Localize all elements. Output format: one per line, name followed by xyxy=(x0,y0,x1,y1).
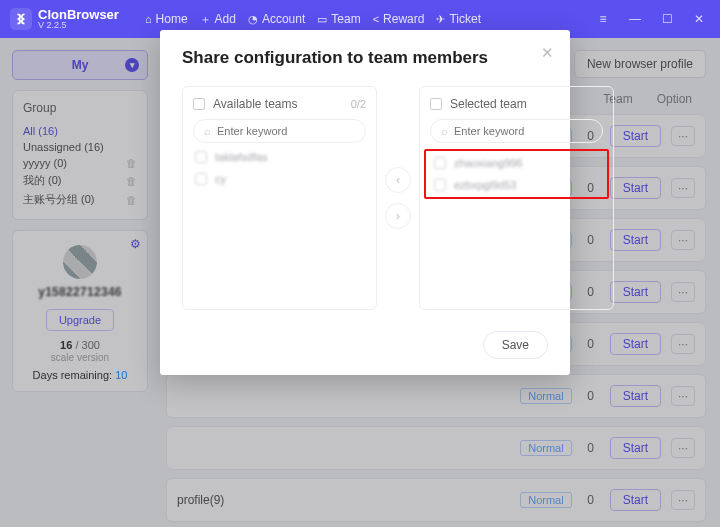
window-controls: ≡ — ☐ ✕ xyxy=(592,12,710,26)
account-icon: ◔ xyxy=(248,13,258,26)
team-checkbox[interactable] xyxy=(434,157,446,169)
team-icon: ▭ xyxy=(317,13,327,26)
group-card: Group All (16)Unassigned (16)yyyyy (0)🗑我… xyxy=(12,90,148,220)
available-count: 0/2 xyxy=(351,98,366,110)
move-left-button[interactable]: ‹ xyxy=(385,167,411,193)
available-title: Available teams xyxy=(213,97,298,111)
app-version: V 2.2.5 xyxy=(38,21,119,30)
chevron-down-icon: ▾ xyxy=(125,58,139,72)
modal-title: Share configuration to team members xyxy=(182,48,548,68)
home-icon: ⌂ xyxy=(145,13,152,25)
team-count: 0 xyxy=(582,441,600,455)
more-button[interactable]: ··· xyxy=(671,126,695,146)
reward-icon: < xyxy=(373,13,379,25)
col-option: Option xyxy=(657,92,692,106)
group-item[interactable]: All (16) xyxy=(23,123,137,139)
nav-home[interactable]: ⌂Home xyxy=(145,12,188,27)
start-button[interactable]: Start xyxy=(610,229,661,251)
profile-name: profile(9) xyxy=(177,493,510,507)
sidebar: My ▾ Group All (16)Unassigned (16)yyyyy … xyxy=(0,38,160,527)
team-item[interactable]: zhaoxiang996 xyxy=(434,157,601,169)
team-item[interactable]: ezbxpgl9d53 xyxy=(434,179,601,191)
username: y15822712346 xyxy=(38,285,122,299)
group-title: Group xyxy=(23,101,137,115)
more-button[interactable]: ··· xyxy=(671,334,695,354)
available-search-input[interactable] xyxy=(217,125,355,137)
selected-search[interactable]: ⌕ xyxy=(430,119,603,143)
close-window-icon[interactable]: ✕ xyxy=(688,12,710,26)
start-button[interactable]: Start xyxy=(610,281,661,303)
avatar xyxy=(63,245,97,279)
table-row: profile(9)Normal0Start··· xyxy=(166,478,706,522)
team-count: 0 xyxy=(582,337,600,351)
transfer-controls: ‹ › xyxy=(385,86,411,310)
my-label: My xyxy=(72,58,89,72)
trash-icon[interactable]: 🗑 xyxy=(126,175,137,187)
search-icon: ⌕ xyxy=(441,125,448,137)
team-checkbox[interactable] xyxy=(195,173,207,185)
more-button[interactable]: ··· xyxy=(671,178,695,198)
team-item[interactable]: taklafsdfas xyxy=(195,151,366,163)
group-item[interactable]: 我的 (0)🗑 xyxy=(23,171,137,190)
select-all-available-checkbox[interactable] xyxy=(193,98,205,110)
start-button[interactable]: Start xyxy=(610,385,661,407)
more-button[interactable]: ··· xyxy=(671,438,695,458)
days-remaining: Days remaining: 10 xyxy=(33,369,128,381)
available-search[interactable]: ⌕ xyxy=(193,119,366,143)
more-button[interactable]: ··· xyxy=(671,490,695,510)
menu-icon[interactable]: ≡ xyxy=(592,12,614,26)
selected-title: Selected team xyxy=(450,97,527,111)
top-nav: ⌂Home＋Add◔Account▭Team<Reward✈Ticket xyxy=(145,12,481,27)
table-row: Normal0Start··· xyxy=(166,374,706,418)
team-item[interactable]: cy xyxy=(195,173,366,185)
start-button[interactable]: Start xyxy=(610,489,661,511)
team-checkbox[interactable] xyxy=(434,179,446,191)
available-teams-panel: Available teams 0/2 ⌕ taklafsdfascy xyxy=(182,86,377,310)
selected-search-input[interactable] xyxy=(454,125,592,137)
selected-items-highlight: zhaoxiang996ezbxpgl9d53 xyxy=(424,149,609,199)
nav-team[interactable]: ▭Team xyxy=(317,12,360,27)
upgrade-button[interactable]: Upgrade xyxy=(46,309,114,331)
more-button[interactable]: ··· xyxy=(671,282,695,302)
table-row: Normal0Start··· xyxy=(166,426,706,470)
app-logo-icon xyxy=(10,8,32,30)
move-right-button[interactable]: › xyxy=(385,203,411,229)
nav-ticket[interactable]: ✈Ticket xyxy=(436,12,481,27)
team-checkbox[interactable] xyxy=(195,151,207,163)
brand: ClonBrowser V 2.2.5 xyxy=(10,8,119,30)
start-button[interactable]: Start xyxy=(610,125,661,147)
new-browser-profile-button[interactable]: New browser profile xyxy=(574,50,706,78)
start-button[interactable]: Start xyxy=(610,333,661,355)
search-icon: ⌕ xyxy=(204,125,211,137)
scale-info: 16 / 300 scale version xyxy=(51,339,109,363)
trash-icon[interactable]: 🗑 xyxy=(126,194,137,206)
more-button[interactable]: ··· xyxy=(671,386,695,406)
more-button[interactable]: ··· xyxy=(671,230,695,250)
trash-icon[interactable]: 🗑 xyxy=(126,157,137,169)
select-all-selected-checkbox[interactable] xyxy=(430,98,442,110)
status-badge: Normal xyxy=(520,388,571,404)
group-item[interactable]: yyyyy (0)🗑 xyxy=(23,155,137,171)
gear-icon[interactable]: ⚙ xyxy=(130,237,141,251)
minimize-icon[interactable]: — xyxy=(624,12,646,26)
my-dropdown[interactable]: My ▾ xyxy=(12,50,148,80)
close-icon[interactable]: ✕ xyxy=(541,44,554,62)
team-count: 0 xyxy=(582,389,600,403)
group-item[interactable]: 主账号分组 (0)🗑 xyxy=(23,190,137,209)
account-card: ⚙ y15822712346 Upgrade 16 / 300 scale ve… xyxy=(12,230,148,392)
maximize-icon[interactable]: ☐ xyxy=(656,12,678,26)
nav-add[interactable]: ＋Add xyxy=(200,12,236,27)
nav-reward[interactable]: <Reward xyxy=(373,12,425,27)
group-item[interactable]: Unassigned (16) xyxy=(23,139,137,155)
start-button[interactable]: Start xyxy=(610,177,661,199)
selected-count: 0/2 xyxy=(588,98,603,110)
status-badge: Normal xyxy=(520,440,571,456)
start-button[interactable]: Start xyxy=(610,437,661,459)
ticket-icon: ✈ xyxy=(436,13,445,26)
save-button[interactable]: Save xyxy=(483,331,548,359)
status-badge: Normal xyxy=(520,492,571,508)
share-config-modal: Share configuration to team members ✕ Av… xyxy=(160,30,570,375)
add-icon: ＋ xyxy=(200,12,211,27)
nav-account[interactable]: ◔Account xyxy=(248,12,305,27)
selected-team-panel: Selected team 0/2 ⌕ zhaoxiang996ezbxpgl9… xyxy=(419,86,614,310)
